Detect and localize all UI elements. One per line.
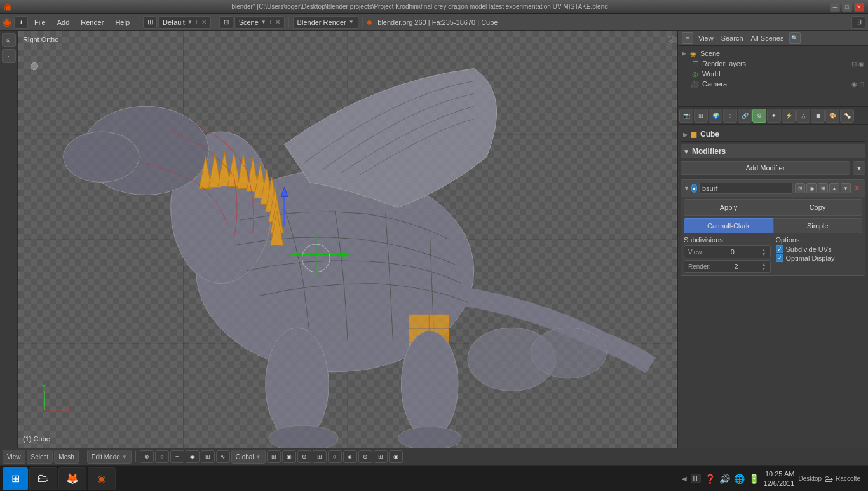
modifiers-section-header[interactable]: ▼ Modifiers — [681, 144, 865, 158]
outliner-view-label[interactable]: View — [696, 34, 716, 42]
catmull-clark-button[interactable]: Catmull-Clark — [684, 218, 773, 233]
view-field[interactable]: View: 0 ▲ ▼ — [684, 246, 771, 258]
modifier-toggle[interactable]: ● — [691, 184, 697, 193]
vp-pivot-btn[interactable]: ○ — [155, 450, 169, 463]
vp-tool1[interactable]: ⊞ — [201, 450, 215, 463]
render-up-arrow[interactable]: ▲ — [762, 262, 766, 266]
modifier-name-field[interactable] — [699, 183, 793, 194]
vp-layer5[interactable]: ○ — [328, 450, 342, 463]
tab-render[interactable]: 📷 — [679, 109, 693, 123]
task-firefox[interactable]: 🦊 — [58, 467, 86, 490]
apply-button[interactable]: Apply — [684, 199, 773, 216]
add-modifier-dropdown[interactable]: ▼ — [853, 161, 865, 175]
simple-button[interactable]: Simple — [773, 218, 863, 233]
mod-icon-view[interactable]: ◉ — [806, 183, 817, 193]
screen-icon-btn[interactable]: ⊡ — [219, 16, 233, 29]
volume-icon[interactable]: 🔊 — [719, 474, 730, 484]
select-menu-btn[interactable]: Select — [27, 450, 53, 464]
vp-layer6[interactable]: ◈ — [343, 450, 357, 463]
battery-icon[interactable]: 🔋 — [749, 474, 759, 484]
vp-snap-btn[interactable]: ⊕ — [140, 450, 154, 463]
mod-icon-up[interactable]: ▲ — [829, 183, 839, 193]
file-menu[interactable]: File — [29, 17, 51, 27]
render-layers-item[interactable]: ☰ RenderLayers ⊡ ◉ — [691, 59, 864, 69]
camera-item[interactable]: 🎥 Camera ◉ ⊡ — [691, 79, 864, 89]
outliner-view-btn[interactable]: ≡ — [682, 32, 693, 44]
subdivide-uvs-checkbox[interactable]: ✓ — [776, 246, 783, 253]
outliner-search-icon[interactable]: 🔍 — [789, 32, 801, 44]
start-button[interactable]: ⊞ — [3, 467, 28, 490]
rl-icon2[interactable]: ◉ — [858, 60, 864, 67]
left-btn-1[interactable]: ⊡ — [2, 33, 16, 47]
render-engine-selector[interactable]: Blender Render ▼ — [293, 16, 358, 29]
viewport[interactable]: X Y Right Ortho ◎ (1) Cube — [18, 31, 677, 448]
tab-data[interactable]: △ — [796, 109, 810, 123]
rl-icon1[interactable]: ⊡ — [851, 60, 857, 67]
task-explorer[interactable]: 🗁 — [29, 467, 57, 490]
vp-layer3[interactable]: ⊕ — [297, 450, 311, 463]
tab-bones[interactable]: 🦴 — [840, 109, 854, 123]
vp-layer7[interactable]: ⊕ — [358, 450, 372, 463]
global-selector[interactable]: Global ▼ — [231, 450, 266, 464]
vp-layer1[interactable]: ⊞ — [267, 450, 281, 463]
cam-eye-icon[interactable]: ◉ — [851, 81, 857, 88]
task-blender[interactable]: ◉ — [88, 467, 116, 490]
render-menu[interactable]: Render — [76, 17, 109, 27]
modifier-close[interactable]: ✕ — [852, 183, 862, 193]
outliner-search-label[interactable]: Search — [719, 34, 746, 42]
tab-scene[interactable]: ⊞ — [694, 109, 708, 123]
raccolta-folder-icon[interactable]: 🗁 — [824, 474, 833, 484]
outliner-all-scenes[interactable]: All Scenes — [749, 34, 787, 42]
render-down-arrow[interactable]: ▼ — [762, 266, 766, 271]
left-btn-2[interactable]: · — [2, 49, 16, 63]
tab-world[interactable]: 🌍 — [709, 109, 722, 123]
mode-selector[interactable]: Edit Mode ▼ — [87, 450, 132, 464]
cam-lock-icon[interactable]: ⊡ — [859, 81, 864, 88]
vp-layer4[interactable]: ⊞ — [313, 450, 327, 463]
maximize-button[interactable]: □ — [842, 2, 852, 12]
vp-layer2[interactable]: ◉ — [282, 450, 296, 463]
viewport-corner-icon[interactable]: ◎ — [667, 33, 675, 43]
properties-content[interactable]: ▶ ◼ Cube ▼ Modifiers Add Modifier ▼ — [678, 125, 868, 448]
tab-particles[interactable]: ✦ — [767, 109, 781, 123]
scene-expand[interactable]: ▶ — [682, 50, 686, 57]
help-icon[interactable]: ❓ — [705, 474, 715, 484]
obj-expand[interactable]: ▶ — [683, 131, 688, 138]
render-field[interactable]: Render: 2 ▲ ▼ — [684, 260, 771, 273]
vp-layer9[interactable]: ◉ — [389, 450, 403, 463]
world-item[interactable]: ◎ World — [691, 69, 864, 79]
vp-manipulator-btn[interactable]: ◉ — [186, 450, 200, 463]
close-button[interactable]: ✕ — [854, 2, 864, 12]
layout-icon-btn[interactable]: ⊞ — [143, 16, 157, 29]
vp-layer8[interactable]: ⊞ — [374, 450, 388, 463]
tab-texture[interactable]: 🎨 — [825, 109, 839, 123]
network-icon[interactable]: 🌐 — [734, 474, 745, 484]
copy-button[interactable]: Copy — [773, 199, 862, 216]
vp-transform-btn[interactable]: + — [170, 450, 184, 463]
mesh-menu-btn[interactable]: Mesh — [54, 450, 78, 464]
info-icon-btn[interactable]: ℹ — [14, 16, 28, 29]
mod-icon-render[interactable]: ⊡ — [795, 183, 805, 193]
tab-material[interactable]: ◼ — [811, 109, 825, 123]
mod-icon-down[interactable]: ▼ — [841, 183, 851, 193]
tab-modifiers[interactable]: ⚙ — [752, 109, 766, 123]
scene-item[interactable]: ▶ ◉ Scene — [682, 48, 864, 59]
view-up-arrow[interactable]: ▲ — [762, 247, 766, 252]
scene-selector[interactable]: Scene ▼ + ✕ — [234, 16, 285, 29]
tab-constraints[interactable]: 🔗 — [738, 109, 752, 123]
vp-tool2[interactable]: ∿ — [216, 450, 230, 463]
minimize-button[interactable]: ─ — [830, 2, 840, 12]
workspace-selector[interactable]: Default ▼ + ✕ — [158, 16, 211, 29]
tab-physics[interactable]: ⚡ — [782, 109, 796, 123]
modifier-expand[interactable]: ▼ — [684, 185, 689, 191]
notification-expand[interactable]: ◀ — [682, 475, 687, 482]
view-down-arrow[interactable]: ▼ — [762, 252, 766, 256]
mod-icon-edit[interactable]: ⊞ — [818, 183, 828, 193]
add-modifier-button[interactable]: Add Modifier — [681, 161, 850, 175]
view-menu-btn[interactable]: View — [3, 450, 25, 464]
help-menu[interactable]: Help — [110, 17, 135, 27]
add-menu[interactable]: Add — [52, 17, 75, 27]
tab-object[interactable]: ○ — [723, 109, 737, 123]
info-maximize[interactable]: ⊡ — [851, 16, 865, 29]
optimal-display-checkbox[interactable]: ✓ — [776, 254, 783, 262]
